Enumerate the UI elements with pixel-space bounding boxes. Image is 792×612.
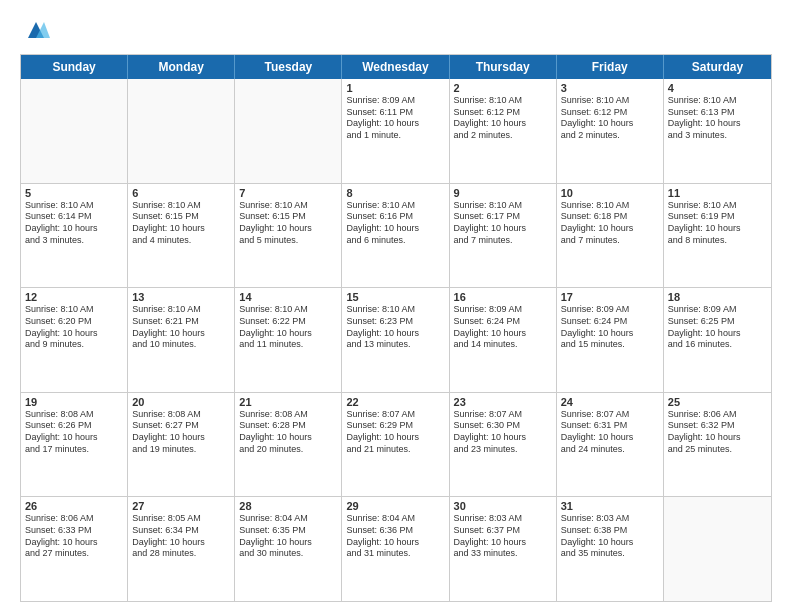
day-info: Sunrise: 8:07 AM Sunset: 6:29 PM Dayligh… <box>346 409 444 456</box>
day-number: 11 <box>668 187 767 199</box>
calendar-cell: 20Sunrise: 8:08 AM Sunset: 6:27 PM Dayli… <box>128 393 235 497</box>
weekday-header: Tuesday <box>235 55 342 79</box>
day-number: 3 <box>561 82 659 94</box>
calendar-cell: 1Sunrise: 8:09 AM Sunset: 6:11 PM Daylig… <box>342 79 449 183</box>
calendar-cell: 6Sunrise: 8:10 AM Sunset: 6:15 PM Daylig… <box>128 184 235 288</box>
calendar-cell: 11Sunrise: 8:10 AM Sunset: 6:19 PM Dayli… <box>664 184 771 288</box>
calendar-cell: 28Sunrise: 8:04 AM Sunset: 6:35 PM Dayli… <box>235 497 342 601</box>
calendar-cell: 13Sunrise: 8:10 AM Sunset: 6:21 PM Dayli… <box>128 288 235 392</box>
day-info: Sunrise: 8:10 AM Sunset: 6:15 PM Dayligh… <box>132 200 230 247</box>
logo-icon <box>22 16 50 44</box>
calendar-cell: 19Sunrise: 8:08 AM Sunset: 6:26 PM Dayli… <box>21 393 128 497</box>
day-number: 6 <box>132 187 230 199</box>
day-info: Sunrise: 8:10 AM Sunset: 6:22 PM Dayligh… <box>239 304 337 351</box>
day-info: Sunrise: 8:05 AM Sunset: 6:34 PM Dayligh… <box>132 513 230 560</box>
day-info: Sunrise: 8:06 AM Sunset: 6:32 PM Dayligh… <box>668 409 767 456</box>
calendar-cell: 15Sunrise: 8:10 AM Sunset: 6:23 PM Dayli… <box>342 288 449 392</box>
day-number: 2 <box>454 82 552 94</box>
day-info: Sunrise: 8:08 AM Sunset: 6:27 PM Dayligh… <box>132 409 230 456</box>
weekday-header: Thursday <box>450 55 557 79</box>
day-number: 16 <box>454 291 552 303</box>
day-number: 23 <box>454 396 552 408</box>
calendar-cell: 4Sunrise: 8:10 AM Sunset: 6:13 PM Daylig… <box>664 79 771 183</box>
calendar-cell: 22Sunrise: 8:07 AM Sunset: 6:29 PM Dayli… <box>342 393 449 497</box>
day-info: Sunrise: 8:10 AM Sunset: 6:17 PM Dayligh… <box>454 200 552 247</box>
day-info: Sunrise: 8:09 AM Sunset: 6:11 PM Dayligh… <box>346 95 444 142</box>
calendar-cell: 27Sunrise: 8:05 AM Sunset: 6:34 PM Dayli… <box>128 497 235 601</box>
calendar-cell: 21Sunrise: 8:08 AM Sunset: 6:28 PM Dayli… <box>235 393 342 497</box>
calendar-cell: 16Sunrise: 8:09 AM Sunset: 6:24 PM Dayli… <box>450 288 557 392</box>
day-info: Sunrise: 8:10 AM Sunset: 6:13 PM Dayligh… <box>668 95 767 142</box>
calendar-cell: 24Sunrise: 8:07 AM Sunset: 6:31 PM Dayli… <box>557 393 664 497</box>
day-number: 31 <box>561 500 659 512</box>
calendar-cell <box>128 79 235 183</box>
day-number: 22 <box>346 396 444 408</box>
day-number: 28 <box>239 500 337 512</box>
calendar-cell <box>235 79 342 183</box>
day-info: Sunrise: 8:06 AM Sunset: 6:33 PM Dayligh… <box>25 513 123 560</box>
calendar-cell <box>21 79 128 183</box>
day-number: 25 <box>668 396 767 408</box>
day-number: 18 <box>668 291 767 303</box>
day-number: 1 <box>346 82 444 94</box>
calendar-cell: 12Sunrise: 8:10 AM Sunset: 6:20 PM Dayli… <box>21 288 128 392</box>
day-info: Sunrise: 8:07 AM Sunset: 6:31 PM Dayligh… <box>561 409 659 456</box>
calendar-cell: 2Sunrise: 8:10 AM Sunset: 6:12 PM Daylig… <box>450 79 557 183</box>
calendar-row: 1Sunrise: 8:09 AM Sunset: 6:11 PM Daylig… <box>21 79 771 183</box>
day-info: Sunrise: 8:07 AM Sunset: 6:30 PM Dayligh… <box>454 409 552 456</box>
day-info: Sunrise: 8:04 AM Sunset: 6:35 PM Dayligh… <box>239 513 337 560</box>
day-number: 7 <box>239 187 337 199</box>
calendar-cell: 25Sunrise: 8:06 AM Sunset: 6:32 PM Dayli… <box>664 393 771 497</box>
day-number: 20 <box>132 396 230 408</box>
calendar-cell: 26Sunrise: 8:06 AM Sunset: 6:33 PM Dayli… <box>21 497 128 601</box>
day-number: 15 <box>346 291 444 303</box>
calendar-cell: 3Sunrise: 8:10 AM Sunset: 6:12 PM Daylig… <box>557 79 664 183</box>
calendar-row: 5Sunrise: 8:10 AM Sunset: 6:14 PM Daylig… <box>21 183 771 288</box>
day-number: 24 <box>561 396 659 408</box>
calendar-row: 12Sunrise: 8:10 AM Sunset: 6:20 PM Dayli… <box>21 287 771 392</box>
day-number: 5 <box>25 187 123 199</box>
day-number: 4 <box>668 82 767 94</box>
day-info: Sunrise: 8:09 AM Sunset: 6:25 PM Dayligh… <box>668 304 767 351</box>
day-number: 30 <box>454 500 552 512</box>
weekday-header: Friday <box>557 55 664 79</box>
day-number: 14 <box>239 291 337 303</box>
calendar-header: SundayMondayTuesdayWednesdayThursdayFrid… <box>21 55 771 79</box>
calendar-cell: 14Sunrise: 8:10 AM Sunset: 6:22 PM Dayli… <box>235 288 342 392</box>
day-info: Sunrise: 8:10 AM Sunset: 6:19 PM Dayligh… <box>668 200 767 247</box>
day-number: 26 <box>25 500 123 512</box>
day-number: 12 <box>25 291 123 303</box>
weekday-header: Sunday <box>21 55 128 79</box>
weekday-header: Wednesday <box>342 55 449 79</box>
logo <box>20 16 50 44</box>
day-number: 17 <box>561 291 659 303</box>
day-info: Sunrise: 8:10 AM Sunset: 6:14 PM Dayligh… <box>25 200 123 247</box>
day-info: Sunrise: 8:10 AM Sunset: 6:15 PM Dayligh… <box>239 200 337 247</box>
header <box>20 16 772 44</box>
calendar-row: 26Sunrise: 8:06 AM Sunset: 6:33 PM Dayli… <box>21 496 771 601</box>
day-info: Sunrise: 8:09 AM Sunset: 6:24 PM Dayligh… <box>454 304 552 351</box>
day-info: Sunrise: 8:03 AM Sunset: 6:38 PM Dayligh… <box>561 513 659 560</box>
calendar-page: SundayMondayTuesdayWednesdayThursdayFrid… <box>0 0 792 612</box>
day-info: Sunrise: 8:10 AM Sunset: 6:21 PM Dayligh… <box>132 304 230 351</box>
calendar-cell: 18Sunrise: 8:09 AM Sunset: 6:25 PM Dayli… <box>664 288 771 392</box>
day-info: Sunrise: 8:10 AM Sunset: 6:12 PM Dayligh… <box>561 95 659 142</box>
calendar-cell: 17Sunrise: 8:09 AM Sunset: 6:24 PM Dayli… <box>557 288 664 392</box>
day-number: 8 <box>346 187 444 199</box>
calendar-cell: 30Sunrise: 8:03 AM Sunset: 6:37 PM Dayli… <box>450 497 557 601</box>
day-info: Sunrise: 8:10 AM Sunset: 6:18 PM Dayligh… <box>561 200 659 247</box>
day-info: Sunrise: 8:10 AM Sunset: 6:20 PM Dayligh… <box>25 304 123 351</box>
weekday-header: Saturday <box>664 55 771 79</box>
calendar-body: 1Sunrise: 8:09 AM Sunset: 6:11 PM Daylig… <box>21 79 771 601</box>
calendar-cell <box>664 497 771 601</box>
calendar-cell: 10Sunrise: 8:10 AM Sunset: 6:18 PM Dayli… <box>557 184 664 288</box>
day-number: 19 <box>25 396 123 408</box>
day-info: Sunrise: 8:04 AM Sunset: 6:36 PM Dayligh… <box>346 513 444 560</box>
day-number: 9 <box>454 187 552 199</box>
day-info: Sunrise: 8:09 AM Sunset: 6:24 PM Dayligh… <box>561 304 659 351</box>
day-number: 13 <box>132 291 230 303</box>
day-number: 21 <box>239 396 337 408</box>
calendar: SundayMondayTuesdayWednesdayThursdayFrid… <box>20 54 772 602</box>
calendar-cell: 9Sunrise: 8:10 AM Sunset: 6:17 PM Daylig… <box>450 184 557 288</box>
weekday-header: Monday <box>128 55 235 79</box>
